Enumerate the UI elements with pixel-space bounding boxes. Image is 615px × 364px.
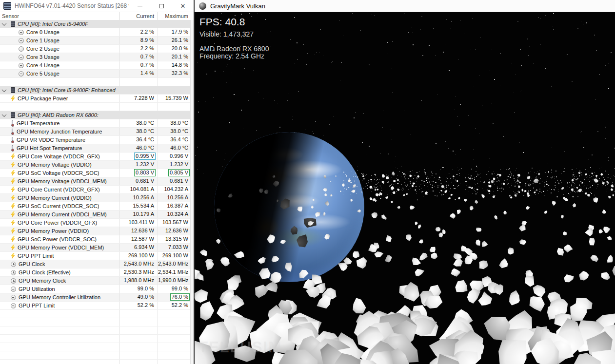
- temperature-icon: [11, 129, 14, 135]
- sensor-row[interactable]: GPU Memory Current (VDDIO)10.256 A10.256…: [0, 194, 190, 202]
- sensor-row[interactable]: GPU SoC Current (VDDCR_SOC)15.534 A16.38…: [0, 202, 190, 211]
- device-chip-icon: [11, 87, 15, 93]
- star: [411, 134, 411, 135]
- sensor-current-value: [120, 318, 158, 326]
- vertical-scrollbar[interactable]: [190, 20, 194, 364]
- collapse-chevron-icon[interactable]: [1, 112, 6, 117]
- sensor-row[interactable]: GPU VR VDDC Temperature36.4 °C36.4 °C: [0, 136, 190, 144]
- sensor-label: GPU Clock: [19, 261, 45, 267]
- star: [369, 64, 370, 65]
- usage-gauge-icon: [11, 295, 16, 300]
- sensor-label: Core 1 Usage: [26, 38, 60, 43]
- hwinfo-titlebar[interactable]: HWiNFO64 v7.01-4420 Sensor Status [268 v…: [0, 0, 194, 12]
- star: [422, 55, 423, 56]
- sensor-row[interactable]: CPU Package Power7.228 W15.739 W: [0, 95, 190, 103]
- star: [290, 39, 291, 40]
- star: [257, 14, 258, 14]
- sensor-section-header[interactable]: CPU [#0]: Intel Core i5-9400F: [0, 20, 190, 28]
- collapse-chevron-icon[interactable]: [1, 21, 6, 26]
- star: [528, 55, 529, 56]
- row-gutter: [0, 169, 8, 177]
- row-gutter: [0, 61, 8, 69]
- sensor-section-header[interactable]: GPU [#0]: AMD Radeon RX 6800:: [0, 111, 190, 119]
- asteroid-rock: [598, 271, 611, 281]
- sensor-current-value: [120, 103, 158, 111]
- sensor-row[interactable]: GPU Memory Power (VDDCI_MEM)6.934 W7.033…: [0, 244, 190, 252]
- sensor-row[interactable]: GPU SoC Voltage (VDDCR_SOC)0.803 V0.805 …: [0, 169, 190, 177]
- star: [490, 158, 490, 159]
- sensor-maximum-value: [158, 310, 190, 318]
- gravitymark-app-icon: [199, 2, 206, 10]
- star: [570, 106, 571, 106]
- row-gutter: [0, 360, 8, 364]
- sensor-row[interactable]: GPU Clock (Effective)2,530.3 MHz2,534.1 …: [0, 268, 190, 277]
- star: [195, 155, 196, 156]
- sensor-row[interactable]: Core 0 Usage2.2 %17.9 %: [0, 28, 190, 37]
- sensor-row[interactable]: Core 5 Usage1.4 %32.3 %: [0, 70, 190, 78]
- sensor-label: GPU SoC Current (VDDCR_SOC): [18, 203, 99, 209]
- sensor-maximum-value: 20.0 %: [158, 45, 190, 53]
- star: [383, 111, 383, 111]
- asteroid-rock: [218, 253, 234, 269]
- sensor-row[interactable]: GPU Temperature38.0 °C38.0 °C: [0, 119, 190, 128]
- column-header-current[interactable]: Current: [120, 12, 158, 20]
- star: [241, 14, 242, 15]
- star: [368, 13, 368, 13]
- sensor-maximum-value: 52.2 %: [158, 302, 190, 309]
- row-gutter: [0, 194, 8, 202]
- sensor-row[interactable]: GPU Memory Clock1,988.0 MHz1,990.0 MHz: [0, 277, 190, 285]
- power-bolt-icon: [11, 228, 15, 234]
- sensor-row[interactable]: Core 4 Usage0.7 %14.8 %: [0, 61, 190, 70]
- sensor-row[interactable]: GPU SoC Power (VDDCR_SOC)12.587 W13.315 …: [0, 235, 190, 244]
- sensor-row[interactable]: GPU Memory Voltage (VDDCI_MEM)0.681 V0.6…: [0, 177, 190, 186]
- star: [421, 100, 422, 101]
- sensor-row[interactable]: GPU Clock2,543.0 MHz2,543.0 MHz: [0, 260, 190, 268]
- row-gutter: [0, 144, 8, 152]
- sensor-row[interactable]: GPU PPT Limit269.100 W269.100 W: [0, 252, 190, 260]
- sensor-current-value: [120, 360, 158, 364]
- sensor-row[interactable]: GPU Memory Current (VDDCI_MEM)10.179 A10…: [0, 211, 190, 219]
- collapse-chevron-icon[interactable]: [1, 87, 6, 92]
- sensor-row[interactable]: GPU Memory Voltage (VDDIO)1.232 V1.232 V: [0, 161, 190, 169]
- gravitymark-titlebar[interactable]: GravityMark Vulkan: [195, 0, 615, 12]
- sensor-row[interactable]: GPU Utilization99.0 %99.0 %: [0, 285, 190, 293]
- usage-gauge-icon: [19, 38, 24, 43]
- sensor-current-value: 12.636 W: [120, 227, 158, 235]
- star: [198, 101, 199, 102]
- star: [530, 46, 530, 47]
- sensor-label-cell: GPU Hot Spot Temperature: [0, 144, 120, 152]
- sensor-row[interactable]: GPU Core Current (VDDCR_GFX)104.081 A104…: [0, 186, 190, 194]
- star: [519, 142, 519, 143]
- star: [224, 159, 225, 159]
- row-gutter: [0, 111, 8, 119]
- sensor-row[interactable]: GPU Hot Spot Temperature46.0 °C46.0 °C: [0, 144, 190, 153]
- sensor-row[interactable]: GPU Core Voltage (VDDCR_GFX)0.995 V0.996…: [0, 153, 190, 161]
- sensor-row[interactable]: GPU Core Power (VDDCR_GFX)103.411 W103.5…: [0, 219, 190, 227]
- maximize-button[interactable]: [151, 0, 172, 12]
- sensor-maximum-value: 10.324 A: [158, 211, 190, 218]
- column-header-maximum[interactable]: Maximum: [158, 12, 190, 20]
- sensor-maximum-value: [158, 318, 190, 326]
- star: [368, 15, 368, 15]
- close-button[interactable]: ✕: [172, 0, 194, 12]
- star: [203, 173, 203, 174]
- sensor-row[interactable]: GPU Memory Controller Utilization49.0 %7…: [0, 293, 190, 302]
- column-header-sensor[interactable]: Sensor: [0, 12, 120, 20]
- sensor-row[interactable]: Core 3 Usage0.7 %20.1 %: [0, 53, 190, 61]
- sensor-row[interactable]: GPU Memory Power (VDDIO)12.636 W12.636 W: [0, 227, 190, 235]
- sensor-maximum-value: [158, 111, 190, 119]
- sensor-maximum-value: [158, 78, 190, 86]
- sensor-section-header[interactable]: CPU [#0]: Intel Core i5-9400F: Enhanced: [0, 86, 190, 95]
- asteroid-rock: [198, 248, 210, 259]
- star: [436, 56, 436, 56]
- sensor-row[interactable]: Core 1 Usage8.9 %26.1 %: [0, 37, 190, 45]
- sensor-row[interactable]: GPU Memory Junction Temperature38.0 °C38…: [0, 128, 190, 136]
- star: [429, 45, 430, 46]
- row-gutter: [0, 351, 8, 359]
- sensor-maximum-value: 38.0 °C: [158, 128, 190, 135]
- asteroid-rock: [476, 257, 492, 272]
- sensor-row[interactable]: GPU PPT Limit52.2 %52.2 %: [0, 302, 190, 310]
- sensor-row[interactable]: Core 2 Usage2.2 %20.0 %: [0, 45, 190, 53]
- sensor-maximum-value: [158, 20, 190, 28]
- minimize-button[interactable]: [129, 0, 151, 12]
